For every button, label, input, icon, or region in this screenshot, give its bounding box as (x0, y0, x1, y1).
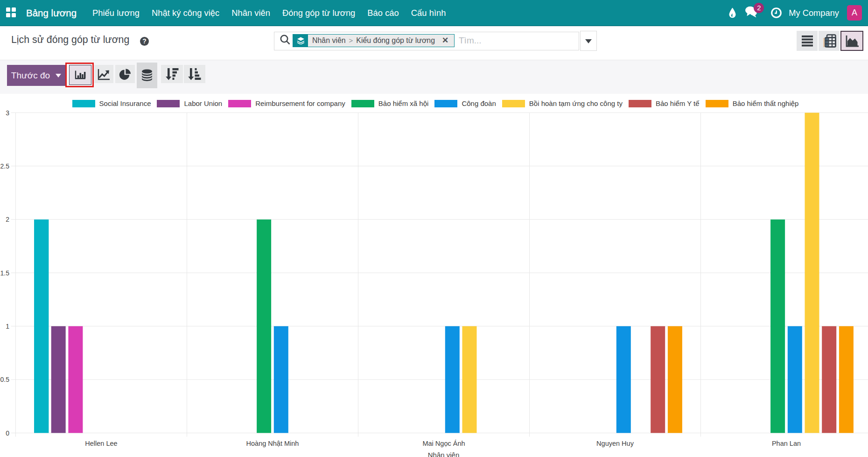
svg-text:3: 3 (6, 109, 9, 117)
svg-text:Phan Lan: Phan Lan (772, 440, 801, 447)
svg-text:Nguyen Huy: Nguyen Huy (596, 440, 634, 447)
svg-text:Mai Ngọc Ánh: Mai Ngọc Ánh (422, 440, 465, 447)
svg-text:2.5: 2.5 (0, 162, 10, 170)
svg-text:2: 2 (6, 216, 9, 223)
svg-text:1.5: 1.5 (0, 269, 10, 277)
svg-text:1: 1 (6, 323, 9, 330)
svg-text:Hellen Lee: Hellen Lee (85, 440, 117, 447)
svg-text:0: 0 (6, 429, 9, 437)
svg-text:0.5: 0.5 (0, 376, 10, 383)
svg-text:Hoàng Nhật Minh: Hoàng Nhật Minh (246, 440, 299, 447)
svg-text:Nhân viên: Nhân viên (428, 451, 460, 457)
